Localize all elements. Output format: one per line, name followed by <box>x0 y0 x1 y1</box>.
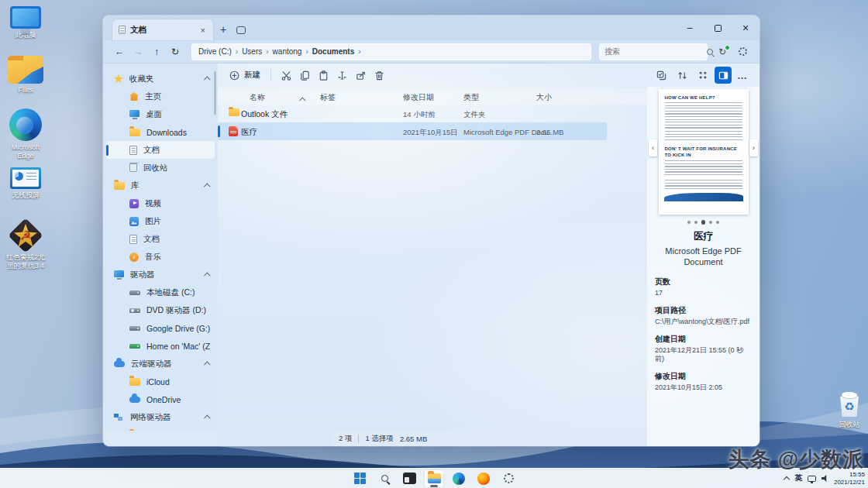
pdf-thumbnail[interactable]: HOW CAN WE HELP? DON' T WAIT FOR INSURAN… <box>659 89 749 215</box>
file-name: Outlook 文件 <box>241 109 288 120</box>
back-button[interactable]: ← <box>111 46 128 57</box>
field-value: 17 <box>655 289 752 298</box>
dvd-drive-icon <box>129 308 140 313</box>
speaker-icon[interactable] <box>822 475 828 482</box>
breadcrumb-item[interactable]: wantong <box>273 47 302 56</box>
sort-button[interactable] <box>673 66 691 84</box>
sidebar-item-local-disk-c[interactable]: 本地磁盘 (C:) <box>103 284 218 301</box>
settings-gear-icon[interactable] <box>739 47 747 56</box>
breadcrumb-item-current[interactable]: Documents <box>312 47 354 56</box>
delete-button[interactable] <box>370 66 388 84</box>
taskbar-edge[interactable] <box>450 470 468 487</box>
file-modified: 2021年10月15日 <box>403 128 458 138</box>
sidebar-item-home[interactable]: 主页 <box>103 88 218 105</box>
item-label: 回收站 <box>143 163 210 174</box>
sidebar-section-cloud-drives[interactable]: 云端驱动器 <box>103 355 218 373</box>
taskbar-dark-app[interactable] <box>400 470 418 487</box>
item-label: Google Drive (G:) <box>146 324 210 333</box>
more-options-button[interactable]: … <box>734 70 750 81</box>
chevron-up-icon[interactable] <box>204 76 210 82</box>
page-dots[interactable] <box>647 220 760 225</box>
column-tag[interactable]: 标签 <box>320 92 336 103</box>
sidebar-item-recycle-bin[interactable]: 回收站 <box>103 159 218 177</box>
sidebar-section-favorites[interactable]: 收藏夹 <box>103 70 218 88</box>
select-button[interactable] <box>652 66 670 84</box>
file-row-outlook[interactable]: Outlook 文件 14 小时前 文件夹 <box>218 105 647 122</box>
rename-button[interactable] <box>332 66 351 84</box>
breadcrumb-item[interactable]: Drive (C:) <box>198 47 232 56</box>
desktop-icon-edge[interactable]: Microsoft Edge <box>3 108 48 160</box>
sidebar-item-pictures[interactable]: 图片 <box>103 212 218 230</box>
sidebar-item-documents-lib[interactable]: 文档 <box>103 230 218 248</box>
sidebar-item-network[interactable]: 网络 <box>103 426 218 431</box>
desktop-icon-files[interactable]: Files <box>3 56 48 95</box>
chevron-up-icon[interactable] <box>204 183 210 189</box>
breadcrumb-item[interactable]: Users <box>242 47 262 56</box>
desktop-icon-label: 红色警戒2尤里的复仇3.4 <box>3 253 48 270</box>
new-tab-button[interactable]: + <box>213 19 233 40</box>
file-row-medical-selected[interactable]: 医疗 2021年10月15日 Microsoft Edge PDF Docu..… <box>218 122 607 140</box>
sort-chevron-icon[interactable] <box>301 95 305 104</box>
sync-status-icon[interactable]: ↻ <box>714 46 731 57</box>
folder-icon <box>129 129 140 136</box>
taskbar-settings[interactable] <box>499 470 518 487</box>
hidden-icons-chevron[interactable] <box>784 476 790 483</box>
minimize-button[interactable]: – <box>676 15 704 40</box>
cut-button[interactable] <box>277 66 295 84</box>
new-button[interactable]: 新建 <box>224 66 265 84</box>
tab-layout-icon[interactable] <box>236 26 246 34</box>
sidebar-section-library[interactable]: 库 <box>103 177 218 194</box>
start-button[interactable] <box>350 470 369 487</box>
tab-close-icon[interactable]: × <box>199 26 207 35</box>
maximize-button[interactable] <box>704 15 732 40</box>
sidebar-item-dvd-drive-d[interactable]: DVD 驱动器 (D:) <box>103 301 218 319</box>
share-button[interactable] <box>351 66 370 84</box>
sidebar-section-drives[interactable]: 驱动器 <box>103 266 218 284</box>
chevron-up-icon[interactable] <box>204 414 210 421</box>
sidebar-item-desktop[interactable]: 桌面 <box>103 105 218 123</box>
desktop-icon-this-pc[interactable]: 此电脑 <box>3 6 48 40</box>
copy-button[interactable] <box>295 66 314 84</box>
paste-button[interactable] <box>314 66 332 84</box>
sidebar-item-google-drive-g[interactable]: Google Drive (G:) <box>103 319 218 337</box>
sidebar-item-downloads[interactable]: Downloads <box>103 123 218 141</box>
previous-page-arrow[interactable]: ‹ <box>649 139 657 156</box>
chevron-up-icon[interactable] <box>204 361 210 367</box>
desktop-icon-cast[interactable]: 无线投屏 <box>3 167 48 200</box>
breadcrumb-separator: › <box>236 47 238 56</box>
display-tray-icon[interactable] <box>808 476 816 482</box>
close-button[interactable]: × <box>732 15 760 40</box>
desktop-icon-recycle-bin[interactable]: ♻ 回收站 <box>831 392 868 429</box>
search-box[interactable] <box>599 43 708 60</box>
forward-button[interactable]: → <box>129 46 146 57</box>
refresh-button[interactable]: ↻ <box>167 46 184 57</box>
sidebar-item-music[interactable]: ♪ 音乐 <box>103 248 218 266</box>
chevron-up-icon[interactable] <box>204 272 210 278</box>
edge-icon <box>9 108 42 141</box>
ime-indicator[interactable]: 英 <box>794 473 802 483</box>
breadcrumb[interactable]: Drive (C:)› Users› wantong› Documents› <box>191 43 591 60</box>
column-type[interactable]: 类型 <box>463 92 479 103</box>
column-name[interactable]: 名称 <box>250 92 265 103</box>
sidebar-item-documents[interactable]: 文档 <box>106 141 215 159</box>
preview-pane-toggle[interactable] <box>715 67 732 84</box>
sidebar-section-network-drives[interactable]: 网络驱动器 <box>103 408 218 426</box>
tab-documents[interactable]: 文档 × <box>112 19 213 40</box>
sidebar-item-onedrive[interactable]: OneDrive <box>103 390 218 408</box>
taskbar-firefox[interactable] <box>474 470 493 487</box>
taskbar-search-button[interactable] <box>375 470 394 487</box>
section-label: 驱动器 <box>130 270 199 280</box>
sidebar-item-home-on-mac-z[interactable]: Home on 'Mac' (Z:) <box>103 337 218 355</box>
taskbar-file-explorer[interactable] <box>425 470 443 487</box>
column-modified[interactable]: 修改日期 <box>403 92 434 103</box>
column-size[interactable]: 大小 <box>536 92 552 103</box>
sidebar-item-icloud[interactable]: iCloud <box>103 373 218 390</box>
desktop-icon-red-alert[interactable]: ☭ 红色警戒2尤里的复仇3.4 <box>3 220 48 270</box>
layout-button[interactable] <box>694 66 712 84</box>
tab-title: 文档 <box>130 25 195 36</box>
search-input[interactable] <box>604 47 707 56</box>
preview-pane-icon <box>718 70 729 81</box>
sidebar-item-videos[interactable]: 视频 <box>103 194 218 212</box>
next-page-arrow[interactable]: › <box>749 139 758 156</box>
up-button[interactable]: ↑ <box>148 46 165 57</box>
